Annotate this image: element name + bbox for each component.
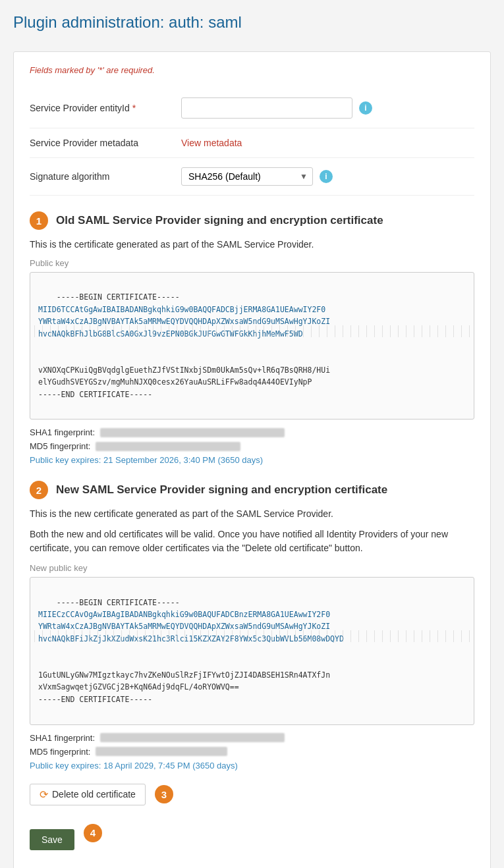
- delete-old-cert-label: Delete old certificate: [52, 789, 136, 800]
- signature-algorithm-row: Signature algorithm SHA256 (Default) SHA…: [30, 158, 474, 196]
- section1-cert-text: -----BEGIN CERTIFICATE-----: [57, 292, 180, 302]
- page-title: Plugin administration: auth: saml: [13, 13, 491, 38]
- step2-badge: 2: [30, 481, 48, 499]
- bottom-actions: ⟳ Delete old certificate 3: [30, 784, 474, 805]
- section1-cert-box: -----BEGIN CERTIFICATE----- MIID6TCCAtGg…: [30, 272, 474, 420]
- section2-desc2: Both the new and old certificates will b…: [30, 528, 474, 555]
- signature-algorithm-info-icon[interactable]: i: [320, 170, 333, 183]
- section1-public-key-label: Public key: [30, 258, 474, 268]
- signature-algorithm-select-wrap: SHA256 (Default) SHA384 SHA512 SHA1 ▼: [181, 167, 313, 186]
- section2-cert-box: -----BEGIN CERTIFICATE----- MIIECzCCAvOg…: [30, 577, 474, 724]
- section1-header: 1 Old SAML Service Provider signing and …: [30, 211, 474, 230]
- section1-md5-row: MD5 fingerprint:: [30, 441, 474, 451]
- entity-id-input[interactable]: [181, 97, 352, 119]
- entity-id-label: Service Provider entityId *: [30, 103, 181, 113]
- save-actions: Save 4: [30, 816, 474, 850]
- section2-sha1-value: [100, 733, 285, 742]
- metadata-row: Service Provider metadata View metadata: [30, 128, 474, 158]
- section1-expires: Public key expires: 21 September 2026, 3…: [30, 455, 474, 465]
- save-button[interactable]: Save: [30, 829, 74, 850]
- section1-sha1-label: SHA1 fingerprint:: [30, 427, 95, 437]
- entity-id-control: i: [181, 97, 474, 119]
- section2-md5-row: MD5 fingerprint:: [30, 747, 474, 757]
- entity-id-info-icon[interactable]: i: [359, 101, 372, 115]
- main-container: Fields marked by '*' are required. Servi…: [13, 51, 491, 868]
- signature-algorithm-control: SHA256 (Default) SHA384 SHA512 SHA1 ▼ i: [181, 167, 474, 186]
- metadata-label: Service Provider metadata: [30, 138, 181, 148]
- section2-sha1-row: SHA1 fingerprint:: [30, 733, 474, 743]
- required-note: Fields marked by '*' are required.: [30, 65, 474, 75]
- section1-sha1-value: [100, 428, 285, 437]
- squiggle1: [30, 325, 474, 337]
- section2-title: New SAML Service Provider signing and en…: [56, 483, 387, 497]
- section1-title: Old SAML Service Provider signing and en…: [56, 214, 383, 227]
- section1-desc: This is the certificate generated as par…: [30, 238, 474, 252]
- required-star: *: [132, 103, 136, 113]
- section1-md5-value: [96, 442, 240, 451]
- entity-id-row: Service Provider entityId * i: [30, 88, 474, 128]
- squiggle2: [30, 630, 474, 642]
- step3-badge: 3: [155, 785, 173, 803]
- section2-cert-text: -----BEGIN CERTIFICATE-----: [57, 598, 180, 607]
- delete-old-cert-button[interactable]: ⟳ Delete old certificate: [30, 784, 146, 805]
- section2-md5-label: MD5 fingerprint:: [30, 747, 90, 757]
- section1-md5-label: MD5 fingerprint:: [30, 441, 90, 451]
- section2-expires: Public key expires: 18 April 2029, 7:45 …: [30, 761, 474, 771]
- section2-md5-value: [96, 747, 227, 756]
- section2-public-key-label: New public key: [30, 563, 474, 573]
- section2-cert-bottom: 1GutUNLyGNw7MIgztkayc7hvZKeNOuSlRzFjIFYw…: [38, 670, 330, 704]
- view-metadata-link[interactable]: View metadata: [181, 138, 242, 148]
- section2-header: 2 New SAML Service Provider signing and …: [30, 481, 474, 499]
- step4-badge: 4: [84, 824, 102, 842]
- step1-badge: 1: [30, 211, 48, 230]
- signature-algorithm-select[interactable]: SHA256 (Default) SHA384 SHA512 SHA1: [181, 167, 313, 186]
- section1-cert-bottom: vXNOXqCPKuiQgBVqdglgEuethZJfVStINxbjSDm0…: [38, 366, 330, 399]
- section2-sha1-label: SHA1 fingerprint:: [30, 733, 95, 743]
- refresh-icon: ⟳: [40, 788, 48, 801]
- signature-algorithm-label: Signature algorithm: [30, 171, 181, 182]
- section2-desc1: This is the new certificate generated as…: [30, 507, 474, 521]
- section1-sha1-row: SHA1 fingerprint:: [30, 427, 474, 437]
- metadata-control: View metadata: [181, 138, 474, 148]
